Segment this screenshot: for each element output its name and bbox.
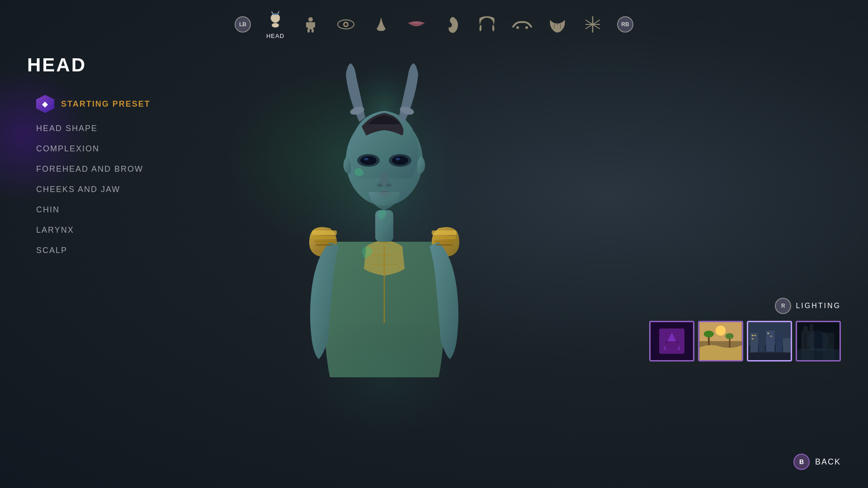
nav-tab-hair[interactable] xyxy=(476,14,498,35)
chin-label: CHIN xyxy=(36,205,60,215)
character-figure xyxy=(289,52,479,459)
cheeks-and-jaw-label: CHEEKS AND JAW xyxy=(36,185,120,194)
menu-item-complexion[interactable]: COMPLEXION xyxy=(27,139,190,159)
menu-item-larynx[interactable]: LARYNX xyxy=(27,220,190,240)
forehead-and-brow-label: FOREHEAD AND BROW xyxy=(36,164,143,174)
back-button[interactable]: B BACK xyxy=(793,454,841,470)
body-nav-icon xyxy=(300,14,321,35)
svg-rect-38 xyxy=(316,244,333,246)
nav-tab-ear[interactable] xyxy=(441,14,462,35)
nav-tab-head[interactable]: Head xyxy=(264,9,286,39)
lighting-thumb-city[interactable] xyxy=(747,321,792,361)
back-text: BACK xyxy=(815,457,841,467)
sidebar-title: HEAD xyxy=(27,54,190,76)
left-bumper-label: LB xyxy=(239,21,246,28)
nav-tab-eyebrow[interactable] xyxy=(511,14,533,35)
svg-rect-70 xyxy=(803,326,807,333)
svg-point-11 xyxy=(344,23,347,26)
menu-items-list: ◆ STARTING PRESET HEAD SHAPE COMPLEXION … xyxy=(27,89,190,261)
back-controller-btn: B xyxy=(793,454,810,470)
svg-rect-66 xyxy=(770,336,772,337)
svg-point-54 xyxy=(725,333,734,339)
lighting-section: R LIGHTING xyxy=(649,298,841,361)
lighting-thumb-desert[interactable] xyxy=(698,321,743,361)
eyebrow-nav-icon xyxy=(511,14,533,35)
svg-point-3 xyxy=(308,17,313,22)
ear-nav-icon xyxy=(441,14,462,35)
svg-point-34 xyxy=(386,183,392,187)
svg-rect-36 xyxy=(313,236,335,239)
svg-rect-64 xyxy=(752,338,754,339)
svg-rect-41 xyxy=(434,240,454,243)
svg-point-33 xyxy=(377,183,382,187)
svg-rect-4 xyxy=(308,22,313,29)
top-navigation: LB Head xyxy=(235,9,633,39)
svg-rect-74 xyxy=(797,350,839,360)
scalp-label: SCALP xyxy=(36,246,67,255)
nav-tab-head-label: Head xyxy=(266,33,284,39)
nose-nav-icon xyxy=(370,14,392,35)
svg-point-32 xyxy=(396,158,400,160)
nav-tab-nose[interactable] xyxy=(370,14,392,35)
lighting-thumbnails xyxy=(649,321,841,361)
menu-item-head-shape[interactable]: HEAD SHAPE xyxy=(27,118,190,139)
nav-tab-body[interactable] xyxy=(300,14,321,35)
lighting-btn-label: R xyxy=(781,303,785,309)
eyes-nav-icon xyxy=(335,14,357,35)
menu-item-chin[interactable]: CHIN xyxy=(27,200,190,220)
svg-point-1 xyxy=(272,23,279,28)
svg-point-29 xyxy=(360,156,377,165)
head-shape-label: HEAD SHAPE xyxy=(36,124,98,133)
right-bumper-label: RB xyxy=(621,21,629,28)
lighting-thumb-studio[interactable] xyxy=(649,321,694,361)
hair-nav-icon xyxy=(476,14,498,35)
svg-rect-40 xyxy=(433,236,456,239)
nav-tab-facial-hair[interactable] xyxy=(547,14,568,35)
svg-rect-42 xyxy=(436,244,453,246)
svg-rect-6 xyxy=(313,22,315,28)
svg-rect-37 xyxy=(314,240,335,243)
svg-rect-43 xyxy=(289,323,479,459)
svg-point-31 xyxy=(364,158,368,160)
sidebar: HEAD ◆ STARTING PRESET HEAD SHAPE COMPLE… xyxy=(27,54,190,261)
nav-tab-mouth[interactable] xyxy=(406,14,427,35)
svg-point-52 xyxy=(704,331,714,338)
svg-rect-63 xyxy=(754,335,756,336)
menu-item-cheeks-and-jaw[interactable]: CHEEKS AND JAW xyxy=(27,179,190,200)
svg-rect-39 xyxy=(432,230,457,235)
svg-point-13 xyxy=(525,26,528,29)
menu-item-scalp[interactable]: SCALP xyxy=(27,240,190,261)
svg-point-30 xyxy=(392,156,408,165)
svg-rect-2 xyxy=(272,14,278,15)
svg-rect-67 xyxy=(748,352,790,360)
svg-point-73 xyxy=(808,331,829,352)
lighting-controller-btn[interactable]: R xyxy=(775,298,791,314)
lighting-text: LIGHTING xyxy=(796,302,841,310)
character-display xyxy=(181,0,588,488)
back-btn-label: B xyxy=(799,458,804,465)
svg-point-50 xyxy=(716,325,726,335)
lighting-thumb-dark[interactable] xyxy=(796,321,841,361)
svg-rect-47 xyxy=(665,341,678,350)
lighting-label-row: R LIGHTING xyxy=(775,298,841,314)
starting-preset-icon: ◆ xyxy=(36,95,54,113)
markings-nav-icon xyxy=(582,14,604,35)
head-nav-icon xyxy=(264,9,286,31)
svg-rect-35 xyxy=(312,230,337,235)
menu-item-starting-preset[interactable]: ◆ STARTING PRESET xyxy=(27,89,190,118)
menu-item-forehead-and-brow[interactable]: FOREHEAD AND BROW xyxy=(27,159,190,179)
svg-rect-65 xyxy=(767,333,769,334)
left-bumper-btn[interactable]: LB xyxy=(235,16,251,33)
svg-point-12 xyxy=(516,26,519,29)
svg-rect-5 xyxy=(306,22,308,28)
nav-tab-markings[interactable] xyxy=(582,14,604,35)
svg-rect-71 xyxy=(810,324,813,333)
nav-tab-eyes[interactable] xyxy=(335,14,357,35)
complexion-label: COMPLEXION xyxy=(36,144,99,154)
larynx-label: LARYNX xyxy=(36,225,74,235)
mouth-nav-icon xyxy=(406,14,427,35)
svg-rect-62 xyxy=(752,335,754,336)
starting-preset-label: STARTING PRESET xyxy=(61,99,151,109)
right-bumper-btn[interactable]: RB xyxy=(617,16,633,33)
svg-rect-7 xyxy=(307,29,310,33)
